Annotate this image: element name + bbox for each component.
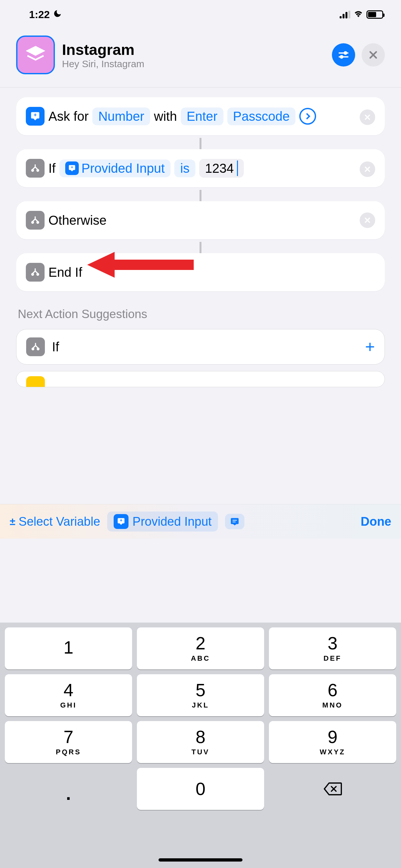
otherwise-icon bbox=[26, 211, 44, 229]
suggestion-icon bbox=[26, 376, 45, 387]
battery-icon bbox=[366, 10, 383, 19]
svg-text:+: + bbox=[71, 165, 73, 169]
if-action[interactable]: If + Provided Input is 1234 bbox=[16, 149, 385, 187]
svg-point-3 bbox=[340, 56, 343, 58]
otherwise-label: Otherwise bbox=[49, 213, 106, 228]
key-4[interactable]: 4 GHI bbox=[5, 674, 132, 716]
numeric-keypad: 1 2 ABC 3 DEF 4 GHI 5 JKL 6 MNO 7 PQRS 8 bbox=[0, 623, 401, 868]
value-input-token[interactable]: 1234 bbox=[199, 159, 244, 178]
close-button[interactable] bbox=[362, 43, 385, 66]
svg-point-2 bbox=[344, 52, 347, 54]
svg-text:+: + bbox=[120, 518, 122, 523]
ask-chip[interactable] bbox=[225, 514, 244, 529]
suggestion-if[interactable]: If + bbox=[16, 329, 385, 365]
action-connector bbox=[199, 242, 202, 253]
key-5[interactable]: 5 JKL bbox=[137, 674, 264, 716]
svg-point-9 bbox=[32, 169, 33, 171]
end-if-action[interactable]: End If bbox=[16, 253, 385, 291]
key-dot[interactable]: . bbox=[5, 768, 132, 810]
status-icons bbox=[340, 10, 383, 20]
if-label: If bbox=[49, 161, 56, 176]
svg-text:+: + bbox=[34, 112, 37, 118]
svg-point-21 bbox=[37, 348, 39, 350]
variable-bar: ± Select Variable + Provided Input Done bbox=[0, 504, 401, 538]
action-connector bbox=[199, 190, 202, 201]
plus-minus-icon: ± bbox=[10, 516, 16, 528]
done-button[interactable]: Done bbox=[361, 515, 391, 529]
moon-icon bbox=[53, 9, 62, 20]
delete-otherwise-button[interactable] bbox=[360, 213, 375, 228]
variable-icon: + bbox=[65, 161, 79, 175]
svg-point-14 bbox=[32, 221, 33, 223]
svg-point-15 bbox=[37, 221, 38, 223]
key-8[interactable]: 8 TUV bbox=[137, 721, 264, 763]
provided-input-chip[interactable]: + Provided Input bbox=[107, 512, 218, 531]
svg-rect-24 bbox=[231, 518, 239, 524]
chevron-right-icon bbox=[304, 113, 310, 120]
key-backspace[interactable] bbox=[269, 768, 396, 810]
wifi-icon bbox=[353, 10, 363, 20]
key-9[interactable]: 9 WXYZ bbox=[269, 721, 396, 763]
home-indicator[interactable] bbox=[158, 858, 243, 862]
backspace-icon bbox=[323, 782, 342, 796]
shortcut-app-icon bbox=[16, 35, 55, 74]
key-2[interactable]: 2 ABC bbox=[137, 627, 264, 670]
key-0[interactable]: 0 bbox=[137, 768, 264, 810]
status-time: 1:22 bbox=[29, 9, 62, 21]
otherwise-action[interactable]: Otherwise bbox=[16, 201, 385, 239]
prompt-token-1[interactable]: Enter bbox=[181, 107, 223, 125]
action-connector bbox=[199, 138, 202, 149]
shortcut-title: Instagram bbox=[62, 41, 325, 58]
key-7[interactable]: 7 PQRS bbox=[5, 721, 132, 763]
key-3[interactable]: 3 DEF bbox=[269, 627, 396, 670]
suggestions-title: Next Action Suggestions bbox=[18, 307, 385, 321]
key-1[interactable]: 1 bbox=[5, 627, 132, 670]
suggestion-item[interactable] bbox=[16, 371, 385, 387]
delete-action-button[interactable] bbox=[360, 110, 375, 125]
provided-input-token[interactable]: + Provided Input bbox=[59, 159, 171, 177]
siri-phrase: Hey Siri, Instagram bbox=[62, 58, 325, 69]
key-6[interactable]: 6 MNO bbox=[269, 674, 396, 716]
suggestion-if-icon bbox=[26, 337, 45, 356]
input-type-token[interactable]: Number bbox=[92, 107, 150, 125]
annotation-arrow bbox=[87, 249, 194, 282]
time-label: 1:22 bbox=[29, 9, 50, 21]
svg-point-10 bbox=[37, 169, 38, 171]
suggestion-if-label: If bbox=[52, 340, 59, 354]
header: Instagram Hey Siri, Instagram bbox=[0, 29, 401, 88]
provided-input-chip-icon: + bbox=[114, 514, 128, 529]
ask-for-input-action[interactable]: + Ask for Number with Enter Passcode bbox=[16, 97, 385, 135]
endif-label: End If bbox=[49, 265, 82, 280]
delete-if-button[interactable] bbox=[360, 161, 375, 177]
cellular-icon bbox=[340, 11, 350, 19]
status-bar: 1:22 bbox=[0, 0, 401, 29]
svg-point-18 bbox=[32, 274, 33, 275]
expand-options-button[interactable] bbox=[299, 108, 316, 125]
if-icon bbox=[26, 159, 44, 178]
actions-content: + Ask for Number with Enter Passcode If … bbox=[0, 88, 401, 403]
condition-token[interactable]: is bbox=[174, 159, 195, 177]
with-label: with bbox=[154, 109, 177, 124]
prompt-token-2[interactable]: Passcode bbox=[227, 107, 296, 125]
svg-marker-22 bbox=[87, 252, 194, 278]
ask-input-icon: + bbox=[26, 107, 44, 126]
ask-prefix: Ask for bbox=[49, 109, 89, 124]
select-variable-button[interactable]: ± Select Variable bbox=[10, 515, 100, 529]
svg-point-19 bbox=[37, 274, 38, 275]
add-suggestion-button[interactable]: + bbox=[365, 337, 375, 356]
settings-button[interactable] bbox=[332, 43, 355, 66]
endif-icon bbox=[26, 263, 44, 282]
svg-point-20 bbox=[32, 348, 34, 350]
